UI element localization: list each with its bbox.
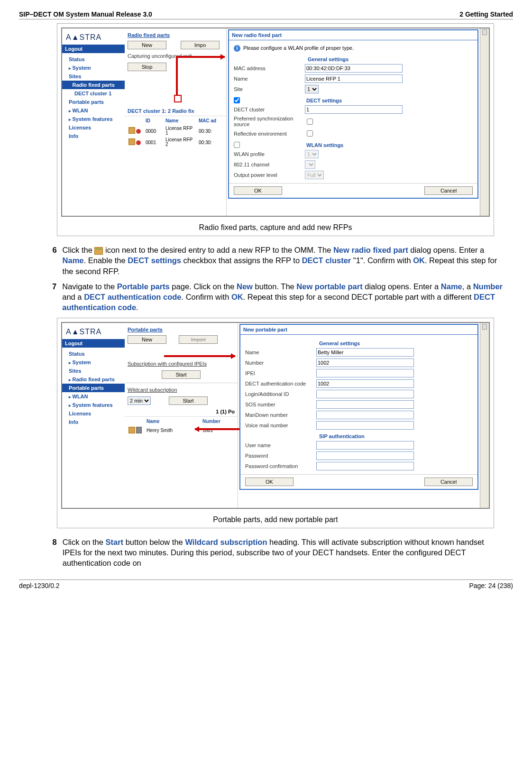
- delete-icon[interactable]: [136, 427, 142, 433]
- dect-settings-heading: DECT settings: [306, 98, 342, 103]
- import-button[interactable]: Impo: [181, 41, 220, 49]
- pref-sync-checkbox[interactable]: [307, 119, 313, 125]
- new-button[interactable]: New: [128, 41, 166, 49]
- import-button[interactable]: Import: [179, 335, 218, 344]
- hdr-name: Name: [145, 418, 201, 425]
- password-input[interactable]: [316, 451, 414, 460]
- site-label: Site: [234, 86, 305, 92]
- callout-arrow: [176, 56, 225, 58]
- status-icon: [136, 140, 141, 145]
- mid-pane: Portable parts New Import Subscription w…: [125, 323, 238, 508]
- ipei-input[interactable]: [316, 369, 414, 377]
- table-row[interactable]: Henry Smith 1001: [125, 426, 238, 435]
- nav-wlan[interactable]: WLAN: [62, 392, 125, 401]
- name-input[interactable]: [305, 74, 403, 83]
- step-7: 7 Navigate to the Portable parts page. C…: [52, 281, 504, 313]
- edit-icon[interactable]: [128, 427, 135, 433]
- screenshot-pp: A▲STRA Logout Status System Sites Radio …: [61, 322, 490, 509]
- number-input[interactable]: [316, 359, 414, 367]
- start-wildcard-button[interactable]: Start: [169, 396, 208, 405]
- footer-right: Page: 24 (238): [469, 582, 513, 589]
- sos-label: SOS number: [245, 402, 316, 407]
- step-text: Click the icon next to the desired entry…: [63, 245, 504, 276]
- nav-sites[interactable]: Sites: [62, 72, 125, 81]
- nav-licenses[interactable]: Licenses: [62, 409, 125, 418]
- mandown-input[interactable]: [316, 411, 414, 419]
- wlan-checkbox[interactable]: [234, 142, 240, 148]
- brand-logo: A▲STRA: [62, 28, 125, 45]
- nav-dect-cluster1[interactable]: DECT cluster 1: [62, 89, 125, 98]
- duration-select[interactable]: 2 min: [128, 396, 151, 405]
- nav-licenses[interactable]: Licenses: [62, 123, 125, 132]
- dect-checkbox[interactable]: [234, 97, 240, 103]
- name-input[interactable]: [316, 348, 414, 357]
- cancel-button[interactable]: Cancel: [424, 478, 473, 486]
- site-select[interactable]: 1: [305, 85, 319, 93]
- nav-rfp[interactable]: Radio fixed parts: [62, 375, 125, 384]
- login-label: Login/Additional ID: [245, 391, 316, 397]
- info-icon: i: [234, 45, 240, 52]
- ok-button[interactable]: OK: [245, 478, 294, 486]
- username-input[interactable]: [316, 441, 414, 450]
- voicemail-label: Voice mail number: [245, 423, 316, 428]
- nav-sites[interactable]: Sites: [62, 367, 125, 375]
- nav-system[interactable]: System: [62, 64, 125, 72]
- logout-link[interactable]: Logout: [62, 45, 125, 53]
- nav-rfp[interactable]: Radio fixed parts: [62, 81, 125, 89]
- scrollbar[interactable]: [480, 28, 489, 216]
- nav-portable-parts[interactable]: Portable parts: [62, 384, 125, 392]
- table-row[interactable]: 0000 License RFP 1 00:30:: [125, 125, 226, 137]
- nav-list: Status System Sites Radio fixed parts DE…: [62, 53, 125, 142]
- figure-pp: A▲STRA Logout Status System Sites Radio …: [57, 318, 494, 528]
- figure-caption: Radio fixed parts, capture and add new R…: [57, 221, 494, 236]
- sip-auth-heading: SIP authentication: [245, 431, 473, 440]
- dialog-title: New radio fixed part: [229, 30, 477, 40]
- step-number: 7: [52, 281, 56, 313]
- voicemail-input[interactable]: [316, 421, 414, 430]
- login-input[interactable]: [316, 390, 414, 398]
- logout-link[interactable]: Logout: [62, 339, 125, 348]
- header-left: SIP–DECT OM System Manual Release 3.0: [19, 10, 152, 18]
- scrollbar[interactable]: [480, 323, 489, 508]
- stop-button[interactable]: Stop: [128, 63, 166, 71]
- password-confirm-input[interactable]: [316, 462, 414, 470]
- sos-input[interactable]: [316, 400, 414, 409]
- edit-icon[interactable]: [128, 127, 135, 134]
- power-select: Full: [305, 171, 324, 179]
- nav-status[interactable]: Status: [62, 55, 125, 64]
- hdr-name: Name: [164, 117, 197, 124]
- edit-icon[interactable]: [128, 138, 135, 145]
- new-button[interactable]: New: [128, 335, 166, 344]
- nav-info[interactable]: Info: [62, 132, 125, 140]
- nav-portable-parts[interactable]: Portable parts: [62, 98, 125, 106]
- nav-status[interactable]: Status: [62, 349, 125, 358]
- mac-label: MAC address: [234, 65, 305, 71]
- nav-system-features[interactable]: System features: [62, 401, 125, 409]
- username-label: User name: [245, 442, 316, 448]
- cancel-button[interactable]: Cancel: [424, 186, 473, 195]
- mac-input[interactable]: [305, 64, 403, 73]
- reflective-checkbox[interactable]: [307, 130, 313, 137]
- header-right: 2 Getting Started: [459, 10, 513, 18]
- nav-info[interactable]: Info: [62, 418, 125, 426]
- dect-auth-input[interactable]: [316, 379, 414, 388]
- nav-wlan[interactable]: WLAN: [62, 106, 125, 115]
- step-6: 6 Click the icon next to the desired ent…: [52, 245, 504, 276]
- hdr-mac: MAC ad: [197, 117, 218, 124]
- nav-system[interactable]: System: [62, 358, 125, 367]
- hdr-number: Number: [201, 418, 222, 425]
- table-row[interactable]: 0001 License RFP 2 00:30:: [125, 137, 226, 148]
- step-text: Click on the Start button below the Wild…: [63, 537, 504, 569]
- cluster-input[interactable]: [305, 105, 403, 114]
- start-ipei-button[interactable]: Start: [162, 370, 201, 379]
- left-nav-pane: A▲STRA Logout Status System Sites Radio …: [62, 28, 125, 216]
- ipei-label: IPEI: [245, 370, 316, 376]
- footer-left: depl-1230/0.2: [19, 582, 60, 589]
- ok-button[interactable]: OK: [234, 186, 282, 195]
- nav-system-features[interactable]: System features: [62, 115, 125, 123]
- sub-wildcard-heading: Wildcard subscription: [125, 385, 238, 395]
- dialog-new-pp: New portable part General settings Name …: [239, 324, 478, 490]
- screenshot-rfp: A▲STRA Logout Status System Sites Radio …: [61, 28, 490, 217]
- password-label: Password: [245, 453, 316, 459]
- pref-sync-label: Preferred synchronization source: [234, 116, 305, 127]
